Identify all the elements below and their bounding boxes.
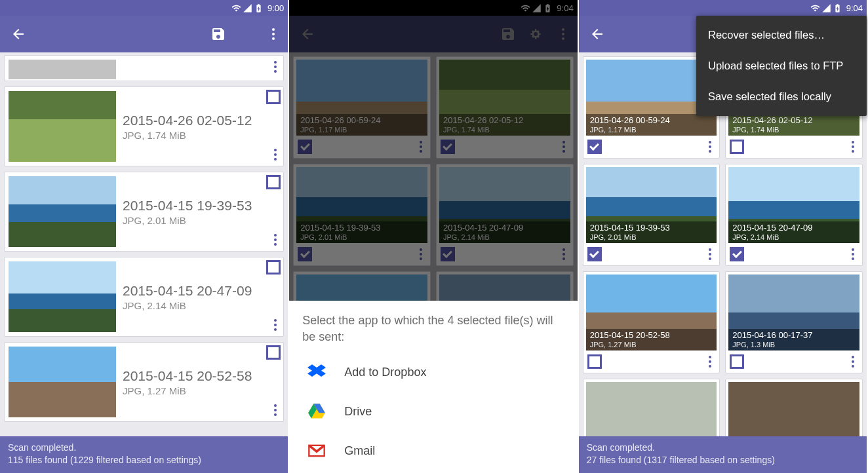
thumbnail: 2015-04-26 00-59-24JPG, 1.17 MiB (296, 60, 427, 136)
item-checkbox[interactable] (266, 90, 281, 104)
settings-icon[interactable] (528, 26, 543, 42)
list-item[interactable]: 2015-04-26 02-05-12 JPG, 1.74 MiB (4, 86, 284, 166)
grid-item[interactable]: 2015-04-16 00-17-37JPG, 1.3 MiB (725, 271, 863, 373)
thumbnail (9, 60, 116, 79)
item-checkbox[interactable] (730, 140, 744, 154)
grid-item[interactable]: 2015-04-15 19-39-53JPG, 2.01 MiB (583, 164, 720, 266)
item-checkbox[interactable] (441, 140, 455, 154)
item-checkbox[interactable] (298, 140, 312, 154)
save-icon[interactable] (500, 26, 516, 42)
screen-share-sheet: 9:04 2015-04-26 00-59-24JPG, 1.17 MiB 20… (289, 0, 578, 473)
list-item[interactable]: 2015-04-15 20-52-58 JPG, 1.27 MiB (4, 342, 284, 422)
item-checkbox[interactable] (266, 175, 281, 189)
overflow-icon[interactable] (266, 26, 281, 42)
clock-text: 9:04 (557, 3, 573, 13)
thumbnail (9, 176, 116, 247)
share-drive[interactable]: Drive (302, 392, 564, 431)
item-overflow-icon[interactable] (270, 231, 281, 248)
item-subtitle: JPG, 1.17 MiB (590, 126, 713, 135)
item-title: 2015-04-15 19-39-53 (300, 223, 424, 233)
status-bar: 9:00 (0, 0, 288, 16)
grid-item[interactable]: 2015-04-15 20-52-58JPG, 1.27 MiB (583, 271, 720, 373)
item-checkbox[interactable] (266, 345, 281, 360)
item-overflow-icon[interactable] (416, 138, 426, 155)
list-item[interactable]: 2015-04-15 20-47-09 JPG, 2.14 MiB (4, 257, 284, 337)
share-label: Gmail (344, 444, 375, 458)
grid-item[interactable]: 2015-04-15 20-47-09JPG, 2.14 MiB (436, 164, 574, 266)
item-overflow-icon[interactable] (270, 58, 281, 75)
screen-overflow-menu: 9:04 2015-04-26 00-59-24JPG, 1.17 MiB 20… (579, 0, 868, 473)
item-subtitle: JPG, 2.14 MiB (123, 300, 279, 311)
overflow-icon[interactable] (555, 26, 571, 42)
cell-icon (243, 3, 252, 13)
clock-text: 9:04 (846, 3, 863, 13)
svg-point-0 (272, 28, 275, 31)
grid-item[interactable]: 2015-04-15 19-39-53JPG, 2.01 MiB (293, 164, 431, 266)
dropbox-icon (307, 363, 326, 381)
thumbnail: 2015-04-15 20-52-58JPG, 1.27 MiB (586, 274, 717, 350)
battery-charging-icon (543, 3, 553, 13)
footer-line1: Scan completed. (8, 442, 280, 454)
svg-point-1 (272, 33, 275, 35)
status-bar: 9:04 (579, 0, 867, 16)
item-checkbox[interactable] (298, 247, 312, 261)
item-checkbox[interactable] (730, 354, 744, 369)
file-list: 2015-04-26 02-05-12 JPG, 1.74 MiB 2015-0… (0, 52, 288, 473)
item-overflow-icon[interactable] (270, 146, 281, 163)
status-bar: 9:04 (289, 0, 577, 16)
share-gmail[interactable]: Gmail (302, 431, 564, 470)
back-icon[interactable] (300, 26, 315, 42)
share-dropbox[interactable]: Add to Dropbox (302, 352, 564, 392)
item-title: 2015-04-15 20-47-09 (123, 283, 279, 299)
item-overflow-icon[interactable] (848, 246, 858, 263)
thumbnail: 2015-04-15 19-39-53JPG, 2.01 MiB (586, 167, 717, 243)
item-overflow-icon[interactable] (705, 353, 715, 370)
settings-icon[interactable] (238, 26, 254, 42)
item-subtitle: JPG, 2.14 MiB (732, 233, 856, 242)
item-overflow-icon[interactable] (705, 138, 715, 155)
item-overflow-icon[interactable] (270, 402, 281, 419)
drive-icon (307, 402, 326, 421)
item-checkbox[interactable] (587, 247, 602, 261)
grid-item[interactable]: 2015-04-26 00-59-24JPG, 1.17 MiB (293, 56, 431, 159)
item-overflow-icon[interactable] (270, 316, 281, 333)
save-icon[interactable] (210, 26, 226, 42)
gmail-icon (307, 442, 326, 460)
thumbnail: 2015-04-15 20-47-09JPG, 2.14 MiB (728, 167, 859, 243)
item-overflow-icon[interactable] (705, 246, 715, 263)
item-overflow-icon[interactable] (848, 138, 858, 155)
item-overflow-icon[interactable] (559, 138, 569, 155)
clock-text: 9:00 (267, 3, 284, 13)
menu-recover[interactable]: Recover selected files… (696, 20, 867, 50)
item-subtitle: JPG, 2.14 MiB (443, 233, 566, 242)
grid-item[interactable]: 2015-04-15 20-47-09JPG, 2.14 MiB (725, 164, 863, 266)
svg-point-5 (562, 37, 564, 40)
share-label: Drive (344, 405, 372, 419)
grid-item[interactable]: 2015-04-26 02-05-12JPG, 1.74 MiB (436, 56, 574, 159)
item-checkbox[interactable] (587, 354, 602, 369)
item-title: 2015-04-15 20-52-58 (123, 368, 279, 384)
back-icon[interactable] (589, 26, 605, 42)
footer-line2: 115 files found (1229 filtered based on … (8, 454, 280, 466)
item-overflow-icon[interactable] (416, 246, 426, 263)
menu-save-local[interactable]: Save selected files locally (696, 81, 867, 112)
item-checkbox[interactable] (266, 260, 281, 274)
list-item[interactable] (4, 55, 284, 81)
back-icon[interactable] (10, 26, 26, 42)
item-title: 2015-04-15 20-47-09 (732, 223, 856, 233)
svg-point-3 (562, 28, 564, 31)
item-title: 2015-04-26 00-59-24 (590, 115, 713, 126)
item-checkbox[interactable] (587, 140, 602, 154)
item-checkbox[interactable] (441, 247, 455, 261)
item-overflow-icon[interactable] (848, 353, 858, 370)
thumbnail: 2015-04-16 00-17-37JPG, 1.3 MiB (728, 274, 859, 350)
screen-list: 9:00 2015-04-26 02-05-12 JPG, 1.74 MiB (0, 0, 289, 473)
menu-upload-ftp[interactable]: Upload selected files to FTP (696, 50, 867, 81)
thumbnail (9, 261, 116, 332)
share-label: Add to Dropbox (344, 366, 426, 379)
wifi-icon (521, 3, 530, 13)
item-overflow-icon[interactable] (559, 246, 569, 263)
item-checkbox[interactable] (730, 247, 744, 261)
list-item[interactable]: 2015-04-15 19-39-53 JPG, 2.01 MiB (4, 172, 284, 252)
status-footer: Scan completed. 115 files found (1229 fi… (0, 436, 288, 473)
